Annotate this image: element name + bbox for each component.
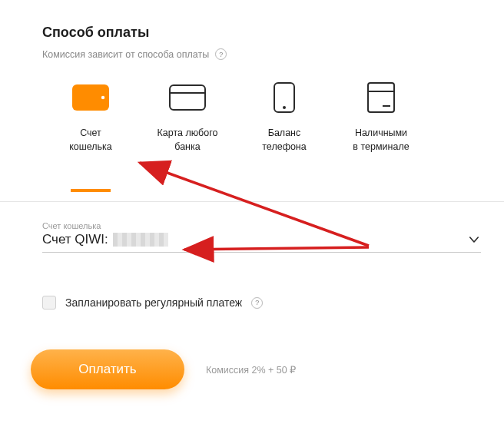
method-phone[interactable]: Баланс телефона [236, 84, 333, 154]
wallet-icon [72, 84, 109, 111]
svg-point-1 [101, 96, 104, 99]
help-icon[interactable]: ? [251, 297, 263, 309]
card-icon [169, 84, 206, 111]
terminal-icon [363, 84, 400, 111]
account-value-text: Счет QIWI: [42, 232, 108, 247]
phone-icon [266, 84, 303, 111]
chevron-down-icon [467, 233, 481, 247]
page-title: Способ оплаты [42, 25, 481, 41]
commission-note: Комиссия зависит от способа оплаты [42, 49, 209, 60]
section-divider [0, 201, 504, 202]
svg-rect-2 [170, 85, 205, 110]
method-label: Карта любого банка [158, 126, 218, 154]
account-masked-number [113, 233, 168, 247]
schedule-label: Запланировать регулярный платеж [65, 296, 242, 309]
method-label: Баланс телефона [262, 126, 306, 154]
pay-button[interactable]: Оплатить [31, 349, 184, 389]
method-card[interactable]: Карта любого банка [139, 84, 236, 154]
method-wallet[interactable]: Счет кошелька [42, 84, 139, 154]
schedule-checkbox[interactable] [42, 296, 56, 310]
method-label: Счет кошелька [69, 126, 112, 154]
svg-rect-6 [368, 83, 394, 112]
active-indicator [42, 189, 139, 192]
method-terminal[interactable]: Наличными в терминале [333, 84, 429, 154]
method-label: Наличными в терминале [353, 126, 409, 154]
help-icon[interactable]: ? [215, 48, 227, 60]
svg-point-5 [283, 106, 286, 109]
account-select[interactable]: Счет QIWI: [42, 232, 481, 253]
fee-note: Комиссия 2% + 50 ₽ [206, 364, 296, 376]
payment-methods: Счет кошелька Карта любого банка Баланс … [42, 84, 481, 154]
account-field-label: Счет кошелька [42, 221, 481, 230]
